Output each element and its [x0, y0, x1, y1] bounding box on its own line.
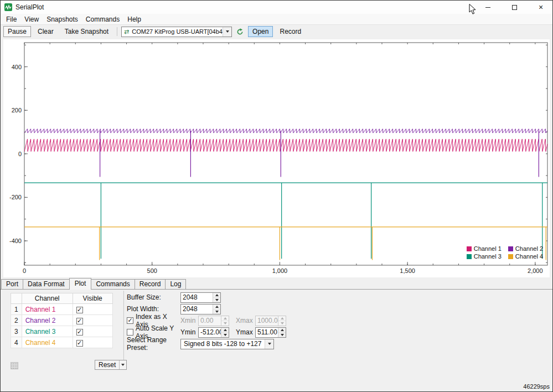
panel-spacer	[1, 373, 552, 381]
statusbar: 46229sps	[1, 381, 552, 391]
svg-text:2,000: 2,000	[528, 267, 543, 274]
legend-label: Channel 1	[474, 245, 502, 252]
channel2-name[interactable]: Channel 2	[22, 315, 73, 326]
index-as-x-checkbox[interactable]: ✓	[127, 317, 133, 324]
buffer-size-value: 2048	[181, 293, 213, 302]
plot-width-spinner[interactable]: 2048	[180, 304, 221, 314]
spin-down-icon[interactable]	[213, 310, 220, 314]
channel4-name[interactable]: Channel 4	[22, 337, 73, 348]
plot-canvas[interactable]: 05001,0001,5002,0004002000-200-400	[3, 39, 551, 277]
range-preset-label: Select Range Preset:	[127, 336, 180, 352]
xmin-spinner: 0.00	[198, 316, 229, 326]
window-title: SerialPlot	[15, 3, 44, 11]
ymax-spinner[interactable]: 511.00	[255, 327, 286, 338]
row-number: 2	[11, 315, 22, 326]
tab-log[interactable]: Log	[165, 279, 186, 289]
refresh-ports-button[interactable]	[234, 26, 246, 37]
plot-width-label: Plot Width:	[127, 305, 180, 313]
spin-up-icon[interactable]	[221, 328, 229, 333]
svg-text:1,500: 1,500	[400, 267, 415, 274]
close-button[interactable]: ×	[529, 1, 552, 14]
legend-label: Channel 2	[515, 245, 543, 252]
plot-settings-form: Buffer Size: 2048 Plot Width: 2048 ✓ Ind…	[127, 292, 286, 350]
size-grip[interactable]	[11, 362, 18, 369]
menubar: File View Snapshots Commands Help	[1, 14, 552, 25]
tab-plot[interactable]: Plot	[69, 278, 92, 290]
legend-item: Channel 4	[508, 253, 543, 260]
toolbar-separator	[117, 27, 117, 36]
maximize-icon	[512, 5, 517, 10]
spin-down-icon[interactable]	[278, 333, 286, 337]
menu-file[interactable]: File	[2, 14, 20, 24]
row-number: 1	[11, 304, 22, 315]
serial-port-icon: ⇄	[122, 28, 129, 35]
table-header-row: Channel Visible	[11, 293, 113, 304]
ymax-label: Ymax	[236, 328, 254, 336]
app-icon	[4, 3, 12, 11]
panel-menu-arrow[interactable]	[546, 277, 550, 289]
spin-up-icon[interactable]	[278, 328, 286, 333]
row-number: 3	[11, 326, 22, 337]
channel3-swatch	[467, 254, 472, 259]
spin-up-icon[interactable]	[213, 305, 220, 310]
ymin-label: Ymin	[180, 328, 197, 336]
range-preset-select[interactable]: Signed 8 bits -128 to +127	[180, 339, 274, 349]
table-row: 4 Channel 4 ✓	[11, 337, 113, 348]
port-select[interactable]: ⇄ COM27 KitProg USB-UART[04b4:f139]	[121, 27, 232, 37]
channel1-name[interactable]: Channel 1	[22, 304, 73, 315]
open-button[interactable]: Open	[248, 26, 273, 37]
svg-text:400: 400	[12, 64, 22, 70]
toolbar: Pause Clear Take Snapshot ⇄ COM27 KitPro…	[1, 25, 552, 38]
buffer-size-spinner[interactable]: 2048	[180, 292, 221, 303]
reset-label: Reset	[95, 361, 119, 369]
refresh-icon	[236, 28, 244, 35]
svg-text:0: 0	[18, 151, 22, 157]
plot-area[interactable]: 05001,0001,5002,0004002000-200-400 Chann…	[3, 39, 550, 277]
channel4-swatch	[508, 254, 513, 259]
channel1-visible-checkbox[interactable]: ✓	[76, 307, 83, 313]
maximize-button[interactable]	[503, 1, 526, 14]
svg-text:-400: -400	[9, 238, 22, 244]
svg-text:-200: -200	[9, 194, 22, 200]
tab-data-format[interactable]: Data Format	[23, 279, 70, 289]
table-row: 3 Channel 3 ✓	[11, 326, 113, 337]
menu-view[interactable]: View	[20, 14, 43, 24]
svg-text:0: 0	[23, 267, 26, 274]
reset-dropdown-arrow[interactable]	[119, 360, 126, 369]
spin-down-icon[interactable]	[221, 333, 229, 337]
menu-snapshots[interactable]: Snapshots	[43, 14, 82, 24]
take-snapshot-button[interactable]: Take Snapshot	[60, 26, 113, 37]
svg-text:200: 200	[12, 107, 22, 114]
channel4-visible-checkbox[interactable]: ✓	[76, 340, 83, 347]
xmin-value: 0.00	[199, 316, 221, 326]
svg-text:500: 500	[147, 267, 157, 274]
channel3-name[interactable]: Channel 3	[22, 326, 73, 337]
spin-down-icon[interactable]	[213, 298, 220, 302]
channel3-visible-checkbox[interactable]: ✓	[76, 329, 83, 336]
tab-port[interactable]: Port	[1, 279, 23, 289]
buffer-size-label: Buffer Size:	[127, 293, 180, 301]
reset-button[interactable]: Reset	[95, 360, 127, 370]
pause-button[interactable]: Pause	[3, 26, 31, 37]
xmin-label: Xmin	[180, 317, 197, 324]
legend-item: Channel 2	[508, 245, 543, 252]
channel2-visible-checkbox[interactable]: ✓	[76, 318, 83, 324]
ymin-spinner[interactable]: -512.00	[198, 327, 229, 338]
channel2-swatch	[508, 246, 513, 251]
tab-record[interactable]: Record	[135, 279, 166, 289]
serialplot-window: SerialPlot × File View Snapshots Command…	[0, 0, 553, 392]
legend-label: Channel 4	[515, 253, 543, 260]
xmax-label: Xmax	[236, 317, 254, 324]
record-button[interactable]: Record	[275, 26, 306, 37]
auto-scale-checkbox[interactable]: ✓	[127, 329, 133, 336]
sample-rate-status: 46229sps	[523, 383, 550, 390]
clear-button[interactable]: Clear	[33, 26, 58, 37]
titlebar: SerialPlot ×	[1, 1, 552, 14]
spin-up-icon[interactable]	[213, 293, 220, 298]
table-row: 1 Channel 1 ✓	[11, 304, 113, 315]
menu-help[interactable]: Help	[123, 14, 145, 24]
tab-commands[interactable]: Commands	[91, 279, 135, 289]
legend-item: Channel 3	[467, 253, 502, 260]
minimize-button[interactable]	[476, 1, 499, 14]
menu-commands[interactable]: Commands	[82, 14, 123, 24]
